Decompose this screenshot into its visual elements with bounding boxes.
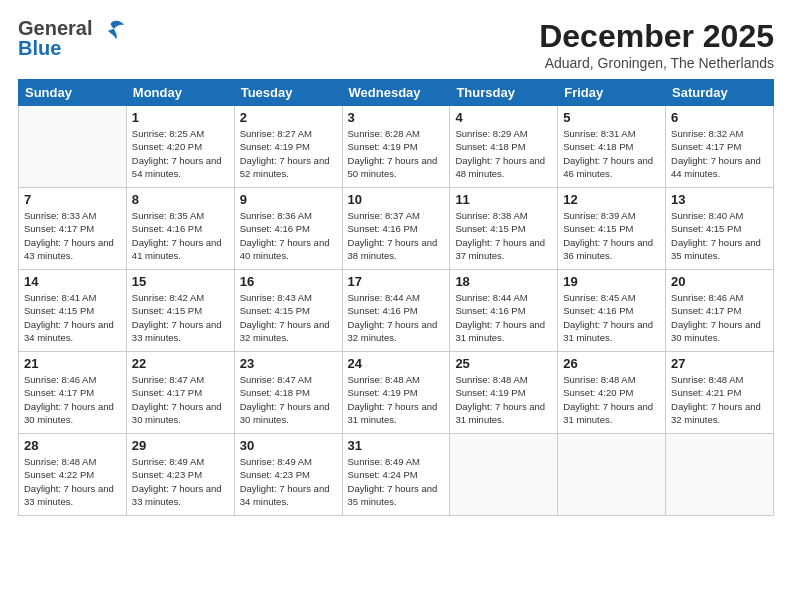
cell-info: Sunrise: 8:48 AM Sunset: 4:22 PM Dayligh… (24, 455, 121, 508)
header-thursday: Thursday (450, 80, 558, 106)
day-number: 6 (671, 110, 768, 125)
daylight-text: Daylight: 7 hours and 33 minutes. (132, 483, 222, 507)
cell-info: Sunrise: 8:46 AM Sunset: 4:17 PM Dayligh… (24, 373, 121, 426)
day-number: 20 (671, 274, 768, 289)
header-tuesday: Tuesday (234, 80, 342, 106)
sunrise-text: Sunrise: 8:25 AM (132, 128, 204, 139)
cell-info: Sunrise: 8:29 AM Sunset: 4:18 PM Dayligh… (455, 127, 552, 180)
header-saturday: Saturday (666, 80, 774, 106)
sunset-text: Sunset: 4:15 PM (24, 305, 94, 316)
sunset-text: Sunset: 4:20 PM (563, 387, 633, 398)
cell-info: Sunrise: 8:48 AM Sunset: 4:20 PM Dayligh… (563, 373, 660, 426)
table-row: 3 Sunrise: 8:28 AM Sunset: 4:19 PM Dayli… (342, 106, 450, 188)
table-row: 18 Sunrise: 8:44 AM Sunset: 4:16 PM Dayl… (450, 270, 558, 352)
cell-info: Sunrise: 8:47 AM Sunset: 4:18 PM Dayligh… (240, 373, 337, 426)
cell-info: Sunrise: 8:46 AM Sunset: 4:17 PM Dayligh… (671, 291, 768, 344)
cell-info: Sunrise: 8:49 AM Sunset: 4:23 PM Dayligh… (132, 455, 229, 508)
day-number: 17 (348, 274, 445, 289)
logo-blue: Blue (18, 37, 61, 59)
sunset-text: Sunset: 4:19 PM (348, 141, 418, 152)
sunset-text: Sunset: 4:17 PM (24, 387, 94, 398)
cell-info: Sunrise: 8:48 AM Sunset: 4:19 PM Dayligh… (348, 373, 445, 426)
daylight-text: Daylight: 7 hours and 54 minutes. (132, 155, 222, 179)
cell-info: Sunrise: 8:31 AM Sunset: 4:18 PM Dayligh… (563, 127, 660, 180)
logo-general: General (18, 17, 92, 39)
cell-info: Sunrise: 8:44 AM Sunset: 4:16 PM Dayligh… (455, 291, 552, 344)
sunset-text: Sunset: 4:23 PM (132, 469, 202, 480)
sunset-text: Sunset: 4:18 PM (563, 141, 633, 152)
table-row: 21 Sunrise: 8:46 AM Sunset: 4:17 PM Dayl… (19, 352, 127, 434)
calendar-table: Sunday Monday Tuesday Wednesday Thursday… (18, 79, 774, 516)
logo-text: General Blue (18, 18, 126, 58)
daylight-text: Daylight: 7 hours and 37 minutes. (455, 237, 545, 261)
sunrise-text: Sunrise: 8:49 AM (348, 456, 420, 467)
sunrise-text: Sunrise: 8:48 AM (455, 374, 527, 385)
sunset-text: Sunset: 4:15 PM (132, 305, 202, 316)
daylight-text: Daylight: 7 hours and 30 minutes. (240, 401, 330, 425)
calendar-week-row: 1 Sunrise: 8:25 AM Sunset: 4:20 PM Dayli… (19, 106, 774, 188)
logo: General Blue (18, 18, 126, 58)
daylight-text: Daylight: 7 hours and 41 minutes. (132, 237, 222, 261)
cell-info: Sunrise: 8:37 AM Sunset: 4:16 PM Dayligh… (348, 209, 445, 262)
table-row (666, 434, 774, 516)
table-row: 23 Sunrise: 8:47 AM Sunset: 4:18 PM Dayl… (234, 352, 342, 434)
day-number: 23 (240, 356, 337, 371)
table-row: 8 Sunrise: 8:35 AM Sunset: 4:16 PM Dayli… (126, 188, 234, 270)
sunset-text: Sunset: 4:15 PM (240, 305, 310, 316)
daylight-text: Daylight: 7 hours and 36 minutes. (563, 237, 653, 261)
daylight-text: Daylight: 7 hours and 33 minutes. (24, 483, 114, 507)
sunrise-text: Sunrise: 8:28 AM (348, 128, 420, 139)
cell-info: Sunrise: 8:45 AM Sunset: 4:16 PM Dayligh… (563, 291, 660, 344)
sunrise-text: Sunrise: 8:47 AM (240, 374, 312, 385)
table-row: 4 Sunrise: 8:29 AM Sunset: 4:18 PM Dayli… (450, 106, 558, 188)
cell-info: Sunrise: 8:28 AM Sunset: 4:19 PM Dayligh… (348, 127, 445, 180)
calendar-week-row: 7 Sunrise: 8:33 AM Sunset: 4:17 PM Dayli… (19, 188, 774, 270)
sunset-text: Sunset: 4:16 PM (348, 223, 418, 234)
sunset-text: Sunset: 4:19 PM (348, 387, 418, 398)
daylight-text: Daylight: 7 hours and 31 minutes. (563, 401, 653, 425)
sunrise-text: Sunrise: 8:27 AM (240, 128, 312, 139)
daylight-text: Daylight: 7 hours and 40 minutes. (240, 237, 330, 261)
cell-info: Sunrise: 8:38 AM Sunset: 4:15 PM Dayligh… (455, 209, 552, 262)
cell-info: Sunrise: 8:48 AM Sunset: 4:21 PM Dayligh… (671, 373, 768, 426)
title-block: December 2025 Aduard, Groningen, The Net… (539, 18, 774, 71)
daylight-text: Daylight: 7 hours and 43 minutes. (24, 237, 114, 261)
day-number: 5 (563, 110, 660, 125)
table-row (558, 434, 666, 516)
cell-info: Sunrise: 8:42 AM Sunset: 4:15 PM Dayligh… (132, 291, 229, 344)
day-number: 28 (24, 438, 121, 453)
sunrise-text: Sunrise: 8:44 AM (348, 292, 420, 303)
sunrise-text: Sunrise: 8:48 AM (563, 374, 635, 385)
table-row: 25 Sunrise: 8:48 AM Sunset: 4:19 PM Dayl… (450, 352, 558, 434)
sunset-text: Sunset: 4:15 PM (455, 223, 525, 234)
cell-info: Sunrise: 8:40 AM Sunset: 4:15 PM Dayligh… (671, 209, 768, 262)
table-row: 31 Sunrise: 8:49 AM Sunset: 4:24 PM Dayl… (342, 434, 450, 516)
cell-info: Sunrise: 8:36 AM Sunset: 4:16 PM Dayligh… (240, 209, 337, 262)
daylight-text: Daylight: 7 hours and 31 minutes. (455, 319, 545, 343)
table-row: 15 Sunrise: 8:42 AM Sunset: 4:15 PM Dayl… (126, 270, 234, 352)
cell-info: Sunrise: 8:35 AM Sunset: 4:16 PM Dayligh… (132, 209, 229, 262)
sunset-text: Sunset: 4:21 PM (671, 387, 741, 398)
table-row: 26 Sunrise: 8:48 AM Sunset: 4:20 PM Dayl… (558, 352, 666, 434)
calendar-week-row: 21 Sunrise: 8:46 AM Sunset: 4:17 PM Dayl… (19, 352, 774, 434)
sunset-text: Sunset: 4:15 PM (671, 223, 741, 234)
day-number: 8 (132, 192, 229, 207)
cell-info: Sunrise: 8:47 AM Sunset: 4:17 PM Dayligh… (132, 373, 229, 426)
sunrise-text: Sunrise: 8:37 AM (348, 210, 420, 221)
sunset-text: Sunset: 4:18 PM (455, 141, 525, 152)
month-title: December 2025 (539, 18, 774, 55)
table-row: 6 Sunrise: 8:32 AM Sunset: 4:17 PM Dayli… (666, 106, 774, 188)
sunrise-text: Sunrise: 8:33 AM (24, 210, 96, 221)
daylight-text: Daylight: 7 hours and 31 minutes. (348, 401, 438, 425)
table-row: 29 Sunrise: 8:49 AM Sunset: 4:23 PM Dayl… (126, 434, 234, 516)
day-number: 1 (132, 110, 229, 125)
sunrise-text: Sunrise: 8:39 AM (563, 210, 635, 221)
table-row: 24 Sunrise: 8:48 AM Sunset: 4:19 PM Dayl… (342, 352, 450, 434)
table-row: 11 Sunrise: 8:38 AM Sunset: 4:15 PM Dayl… (450, 188, 558, 270)
sunrise-text: Sunrise: 8:43 AM (240, 292, 312, 303)
sunset-text: Sunset: 4:17 PM (671, 305, 741, 316)
table-row: 17 Sunrise: 8:44 AM Sunset: 4:16 PM Dayl… (342, 270, 450, 352)
daylight-text: Daylight: 7 hours and 50 minutes. (348, 155, 438, 179)
day-number: 31 (348, 438, 445, 453)
day-number: 9 (240, 192, 337, 207)
